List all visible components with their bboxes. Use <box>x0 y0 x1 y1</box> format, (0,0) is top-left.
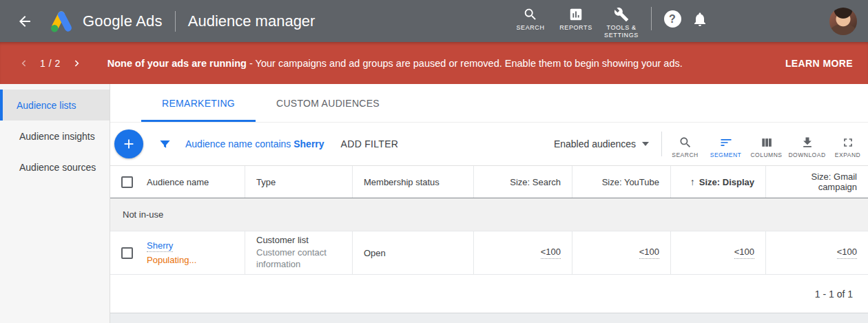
size-youtube-value: <100 <box>639 247 659 259</box>
audience-name-cell: Sherry Populating... <box>110 231 245 274</box>
search-icon <box>523 7 538 22</box>
header-tools-settings-button[interactable]: TOOLS & SETTINGS <box>599 3 644 40</box>
download-button[interactable]: DOWNLOAD <box>787 130 827 158</box>
size-search-value: <100 <box>541 247 561 259</box>
chevron-down-icon <box>642 142 649 146</box>
notification-banner: 1 / 2 None of your ads are running - You… <box>0 42 868 84</box>
header-search-button[interactable]: SEARCH <box>508 3 553 32</box>
banner-headline: None of your ads are running <box>107 58 247 69</box>
populating-status: Populating... <box>147 255 196 265</box>
audience-state-value: Enabled audiences <box>554 138 636 149</box>
download-icon <box>800 136 814 149</box>
help-icon: ? <box>664 10 681 28</box>
table-search-label: SEARCH <box>672 152 698 158</box>
sort-ascending-icon: ↑ <box>690 176 695 187</box>
header-search-label: SEARCH <box>516 24 544 32</box>
segment-label: SEGMENT <box>710 152 742 158</box>
row-checkbox[interactable] <box>121 247 133 259</box>
audience-name-header-label: Audience name <box>147 177 209 187</box>
reports-icon <box>568 7 583 22</box>
columns-button[interactable]: COLUMNS <box>746 130 787 158</box>
google-ads-logo-icon <box>48 9 74 34</box>
toolbar-divider <box>661 132 662 156</box>
tab-custom-audiences[interactable]: CUSTOM AUDIENCES <box>256 84 400 122</box>
table-search-button[interactable]: SEARCH <box>665 130 705 158</box>
expand-icon <box>841 136 855 149</box>
column-header-size-youtube[interactable]: Size: YouTube <box>572 166 671 198</box>
size-youtube-cell: <100 <box>572 231 671 274</box>
learn-more-button[interactable]: LEARN MORE <box>785 58 853 69</box>
segment-button[interactable]: SEGMENT <box>705 130 746 158</box>
banner-prev-icon[interactable] <box>15 54 33 72</box>
notifications-button[interactable] <box>686 6 714 33</box>
active-filter-chip[interactable]: Audience name contains Sherry <box>185 138 324 149</box>
user-avatar[interactable] <box>829 8 857 35</box>
size-gmail-value: <100 <box>837 247 857 259</box>
back-arrow-icon[interactable] <box>12 9 37 34</box>
bell-icon <box>692 11 708 28</box>
type-detail: Customer contact information <box>256 247 341 271</box>
segment-icon <box>719 136 733 149</box>
membership-status-cell: Open <box>353 231 474 274</box>
column-header-membership-status[interactable]: Membership status <box>353 166 474 198</box>
page-background-strip <box>110 313 868 323</box>
size-display-header-label: Size: Display <box>699 177 754 187</box>
columns-label: COLUMNS <box>750 152 782 158</box>
audience-state-dropdown[interactable]: Enabled audiences <box>554 138 649 149</box>
column-header-size-gmail[interactable]: Size: Gmail campaign <box>766 166 868 198</box>
column-header-type[interactable]: Type <box>245 166 353 198</box>
header-reports-button[interactable]: REPORTS <box>553 3 599 32</box>
size-display-cell: <100 <box>671 231 766 274</box>
size-search-cell: <100 <box>474 231 572 274</box>
header-actions-divider <box>651 7 652 30</box>
filter-funnel-icon <box>158 138 172 151</box>
download-label: DOWNLOAD <box>788 152 825 158</box>
header-actions: SEARCH REPORTS TOOLS & SETTINGS ? <box>508 3 714 40</box>
column-header-size-search[interactable]: Size: Search <box>474 166 572 198</box>
banner-message: None of your ads are running - Your camp… <box>107 58 683 69</box>
pagination-label: 1 - 1 of 1 <box>815 289 853 300</box>
banner-next-icon[interactable] <box>68 54 85 72</box>
type-value: Customer list <box>256 235 341 247</box>
header-tools-settings-label: TOOLS & SETTINGS <box>599 24 644 40</box>
main-content: REMARKETING CUSTOM AUDIENCES Audience na… <box>110 84 868 323</box>
filter-prefix: Audience name contains <box>185 138 291 149</box>
add-filter-button[interactable]: ADD FILTER <box>341 138 399 149</box>
size-display-value: <100 <box>734 247 754 259</box>
sidebar-item-audience-insights[interactable]: Audience insights <box>0 121 110 152</box>
columns-icon <box>760 136 774 149</box>
tab-remarketing[interactable]: REMARKETING <box>141 84 256 122</box>
page-title: Audience manager <box>188 12 316 30</box>
brand-name: Google Ads <box>83 12 163 30</box>
column-header-audience-name[interactable]: Audience name <box>110 166 245 198</box>
table-footer: 1 - 1 of 1 <box>110 275 868 313</box>
add-audience-button[interactable] <box>114 129 143 158</box>
column-header-size-display[interactable]: ↑ Size: Display <box>671 166 766 198</box>
tab-bar: REMARKETING CUSTOM AUDIENCES <box>110 84 868 123</box>
expand-label: EXPAND <box>835 152 860 158</box>
filter-value: Sherry <box>293 138 324 149</box>
select-all-checkbox[interactable] <box>121 176 133 188</box>
sidebar-item-audience-sources[interactable]: Audience sources <box>0 152 110 183</box>
plus-icon <box>121 136 136 152</box>
audience-name-link[interactable]: Sherry <box>147 240 173 252</box>
search-icon <box>679 136 692 149</box>
wrench-icon <box>614 7 629 22</box>
page-body: Audience lists Audience insights Audienc… <box>0 84 868 323</box>
help-button[interactable]: ? <box>659 6 686 33</box>
table-row: Sherry Populating... Customer list Custo… <box>110 231 868 275</box>
left-sidebar: Audience lists Audience insights Audienc… <box>0 84 110 323</box>
table-toolbar: Audience name contains Sherry ADD FILTER… <box>110 123 868 165</box>
group-row-not-in-use: Not in-use <box>110 198 868 231</box>
banner-pager: 1 / 2 <box>40 58 61 69</box>
toolbar-right: Enabled audiences SEARCH SEGMENT C <box>554 130 868 158</box>
google-ads-app: Google Ads Audience manager SEARCH REPOR… <box>0 0 868 323</box>
type-cell: Customer list Customer contact informati… <box>245 231 353 274</box>
header-reports-label: REPORTS <box>559 24 592 32</box>
banner-detail: - Your campaigns and ad groups are pause… <box>249 58 683 69</box>
sidebar-item-audience-lists[interactable]: Audience lists <box>0 90 110 121</box>
expand-button[interactable]: EXPAND <box>827 130 868 158</box>
header-divider <box>175 11 176 32</box>
top-app-bar: Google Ads Audience manager SEARCH REPOR… <box>0 0 868 42</box>
table-header-row: Audience name Type Membership status Siz… <box>110 165 868 198</box>
